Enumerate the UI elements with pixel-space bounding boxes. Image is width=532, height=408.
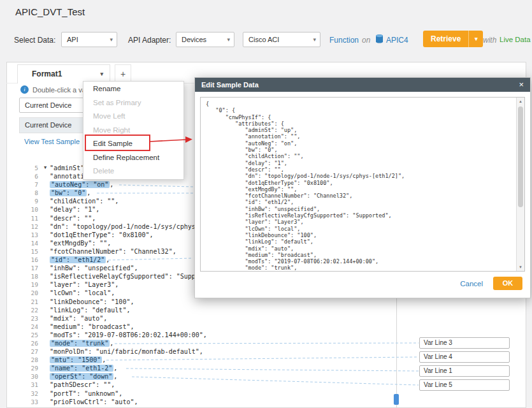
editor-scrollbar-thumb[interactable]: [394, 394, 399, 405]
function-link[interactable]: Function: [329, 36, 359, 45]
code-text: "prioFlowCtrl": "auto",: [50, 398, 138, 406]
fold-spacer: [41, 356, 50, 364]
scroll-up-icon[interactable]: ▲: [517, 98, 524, 105]
api-adapter-value: Devices: [182, 36, 206, 43]
code-text: "mdix": "auto",: [50, 314, 107, 323]
fold-spacer: [41, 222, 50, 231]
highlighted-variable[interactable]: "bw": "0": [50, 189, 87, 196]
ok-button[interactable]: OK: [493, 277, 522, 290]
var-line-input[interactable]: Var Line 4: [419, 351, 510, 363]
chevron-down-icon: ▾: [313, 33, 316, 47]
line-number: 24: [19, 323, 41, 331]
highlighted-variable[interactable]: "name": "eth1-2": [50, 365, 113, 372]
fold-toggle-icon[interactable]: ▼: [41, 164, 50, 172]
retrieve-dropdown-caret[interactable]: ▾: [468, 31, 483, 47]
fold-spacer: [41, 289, 50, 297]
fold-spacer: [41, 364, 50, 372]
code-text: "linkDebounce": "100",: [50, 298, 134, 306]
menu-item-edit-sample[interactable]: Edit Sample: [83, 137, 183, 151]
device-dropdown[interactable]: Current Device ▾: [19, 98, 90, 113]
code-text: "dot1qEtherType": "0x8100",: [50, 231, 154, 239]
code-text: "bw": "0",: [50, 189, 90, 197]
retrieve-button[interactable]: Retrieve ▾: [423, 31, 483, 47]
cancel-button[interactable]: Cancel: [460, 280, 483, 288]
line-number: 19: [19, 280, 41, 289]
line-number: 5: [19, 164, 41, 172]
modal-scrollbar-thumb[interactable]: [518, 106, 523, 207]
var-line-input[interactable]: Var Line 1: [419, 365, 510, 377]
line-number: 22: [19, 306, 41, 314]
line-number: 18: [19, 272, 41, 280]
select-data-label: Select Data:: [14, 36, 55, 45]
editor-line: 32"portT": "unknown",: [19, 390, 238, 398]
chevron-down-icon: ▾: [227, 33, 230, 47]
menu-item-move-right: Move Right: [83, 124, 183, 138]
modal-scrollbar[interactable]: ▲ ▼: [516, 98, 524, 271]
var-line-input[interactable]: Var Line 3: [419, 337, 510, 349]
code-text: "portT": "unknown",: [50, 390, 122, 398]
highlighted-variable[interactable]: "mtu": "1500": [50, 356, 102, 363]
fold-spacer: [41, 172, 50, 180]
editor-line: 24"medium": "broadcast",: [19, 323, 238, 331]
code-text: "monPolDn": "uni/fabric/monfab-default",: [50, 347, 203, 356]
line-number: 23: [19, 314, 41, 323]
fold-spacer: [41, 180, 50, 189]
var-line-input[interactable]: Var Line 5: [419, 379, 510, 391]
fold-spacer: [41, 298, 50, 306]
api-adapter-dropdown[interactable]: Devices ▾: [176, 32, 234, 47]
line-number: 21: [19, 298, 41, 306]
line-number: 16: [19, 256, 41, 264]
editor-line: 26"mode": "trunk",: [19, 339, 238, 347]
modal-body: { "0": { "cnwPhysIf": { "attributes": { …: [195, 92, 530, 272]
modal-title: Edit Sample Data: [201, 81, 259, 89]
code-text: "descr": "",: [50, 214, 96, 222]
fold-spacer: [41, 339, 50, 347]
adapter-type-dropdown[interactable]: Cisco ACI ▾: [243, 32, 320, 47]
scroll-down-icon[interactable]: ▼: [517, 263, 524, 271]
fold-spacer: [41, 189, 50, 197]
editor-line: 22"linkLog": "default",: [19, 306, 238, 314]
line-number: 9: [19, 197, 41, 205]
menu-item-rename[interactable]: Rename: [83, 82, 183, 96]
line-number: 7: [19, 180, 41, 189]
editor-line: 28"mtu": "1500",: [19, 356, 238, 364]
modal-header[interactable]: Edit Sample Data ×: [195, 78, 530, 92]
code-text: "layer": "Layer3",: [50, 280, 119, 289]
highlighted-variable[interactable]: "operSt": "down": [50, 373, 113, 380]
sample-json-textarea[interactable]: { "0": { "cnwPhysIf": { "attributes": { …: [200, 97, 525, 272]
line-number: 8: [19, 189, 41, 197]
sidetab-current-device[interactable]: Current Device: [19, 117, 90, 133]
close-icon[interactable]: ×: [519, 78, 524, 92]
highlighted-variable[interactable]: "autoNeg": "on": [50, 181, 110, 188]
menu-item-define-replacement[interactable]: Define Replacement: [83, 151, 183, 165]
fold-spacer: [41, 381, 50, 389]
code-text: "extMngdBy": "",: [50, 239, 111, 247]
menu-item-delete: Delete: [83, 164, 183, 178]
line-number: 33: [19, 398, 41, 406]
code-text: "mode": "trunk",: [50, 339, 113, 347]
editor-line: 31"pathSDescr": "",: [19, 381, 238, 389]
sidetab-view-test-sample[interactable]: View Test Sample: [19, 134, 90, 150]
highlighted-variable[interactable]: "mode": "trunk": [50, 340, 110, 347]
code-text: "inhBw": "unspecified",: [50, 264, 138, 272]
device-dropdown-value: Current Device: [25, 101, 71, 109]
fold-spacer: [41, 205, 50, 214]
code-text: "autoNeg": "on",: [50, 180, 113, 189]
fold-spacer: [41, 272, 50, 280]
fold-spacer: [41, 280, 50, 289]
line-number: 26: [19, 339, 41, 347]
line-number: 31: [19, 381, 41, 389]
editor-line: 25"modTs": "2019-07-08T06:20:02.144+00:0…: [19, 331, 238, 339]
fold-spacer: [41, 247, 50, 256]
live-data-link[interactable]: Live Data: [500, 36, 531, 43]
code-text: "fcotChannelNumber": "Channel32",: [50, 247, 176, 256]
code-text: "linkLog": "default",: [50, 306, 130, 314]
line-number: 17: [19, 264, 41, 272]
instance-link[interactable]: APIC4: [386, 36, 408, 45]
line-number: 25: [19, 331, 41, 339]
api-adapter-label: API Adapter:: [128, 36, 171, 45]
editor-line: 29"name": "eth1-2",: [19, 364, 238, 372]
chevron-down-icon: ▾: [110, 33, 113, 47]
select-data-dropdown[interactable]: API ▾: [61, 32, 117, 47]
highlighted-variable[interactable]: "id": "eth1/2": [50, 256, 106, 263]
